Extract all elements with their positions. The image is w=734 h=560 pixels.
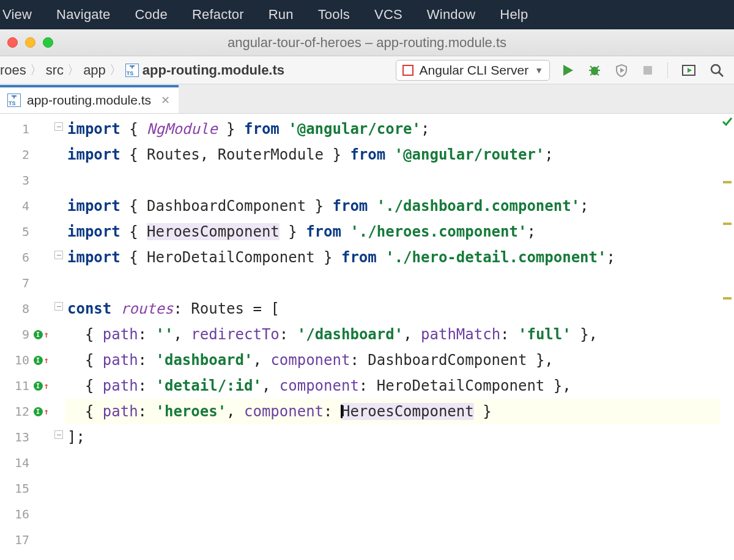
breadcrumb-label: app — [83, 62, 106, 78]
menu-window[interactable]: Window — [415, 0, 487, 29]
svg-point-12 — [711, 65, 720, 73]
svg-line-7 — [596, 73, 599, 75]
line-number[interactable]: 17 — [0, 527, 54, 553]
window-minimize-button[interactable] — [25, 37, 35, 48]
line-number[interactable]: 3 — [0, 168, 54, 193]
svg-line-6 — [590, 73, 593, 75]
menu-refactor[interactable]: Refactor — [180, 0, 256, 29]
editor-tab-label: app-routing.module.ts — [27, 93, 151, 108]
breadcrumb-label: roes — [0, 62, 26, 78]
menu-view[interactable]: View — [0, 0, 44, 29]
editor-tab-active[interactable]: app-routing.module.ts ✕ — [0, 85, 179, 113]
chevron-right-icon: 〉 — [30, 62, 42, 78]
chevron-down-icon: ▼ — [535, 65, 543, 75]
fold-handle-icon[interactable] — [54, 302, 63, 311]
code-editor[interactable]: 1 2 3 4 5 6 7 8 9I↑ 10I↑ 11I↑ 12I↑ 13 14… — [0, 114, 734, 560]
line-number[interactable]: 15 — [0, 476, 54, 501]
editor-tabs: app-routing.module.ts ✕ — [0, 84, 734, 114]
breadcrumb-label: app-routing.module.ts — [143, 62, 284, 78]
line-number[interactable]: 7 — [0, 270, 54, 296]
line-number[interactable]: 5 — [0, 219, 54, 245]
line-number[interactable]: 1 — [0, 116, 54, 142]
svg-marker-11 — [688, 68, 692, 73]
run-button[interactable] — [561, 64, 574, 77]
search-everywhere-button[interactable] — [710, 63, 724, 78]
breadcrumb: roes 〉 src 〉 app 〉 app-routing.module.ts — [0, 62, 288, 78]
inspection-marker[interactable] — [723, 223, 732, 225]
line-number[interactable]: 9I↑ — [0, 322, 54, 347]
gutter-implementing-icon[interactable]: I↑ — [34, 355, 49, 365]
gutter-implementing-icon[interactable]: I↑ — [34, 330, 49, 339]
window-controls — [0, 37, 53, 48]
line-number[interactable]: 14 — [0, 450, 54, 476]
close-tab-button[interactable]: ✕ — [161, 94, 170, 107]
line-number[interactable]: 13 — [0, 424, 54, 450]
run-configuration-selector[interactable]: Angular CLI Server ▼ — [396, 60, 550, 81]
breadcrumb-segment[interactable]: roes — [0, 62, 30, 78]
typescript-file-icon — [7, 94, 21, 107]
inspection-marker[interactable] — [723, 297, 732, 300]
angular-icon — [402, 65, 413, 76]
chevron-right-icon: 〉 — [67, 62, 80, 78]
inspection-strip[interactable] — [721, 114, 734, 560]
line-number[interactable]: 8 — [0, 296, 54, 322]
run-with-coverage-button[interactable] — [615, 64, 628, 77]
fold-handle-icon[interactable] — [54, 251, 63, 259]
fold-column[interactable] — [54, 114, 65, 560]
fold-handle-icon[interactable] — [54, 430, 63, 439]
menu-help[interactable]: Help — [487, 0, 540, 29]
menu-tools[interactable]: Tools — [306, 0, 362, 29]
svg-marker-8 — [620, 68, 625, 73]
breadcrumb-segment[interactable]: src — [42, 62, 67, 78]
line-number[interactable]: 6 — [0, 245, 54, 270]
svg-line-5 — [596, 66, 599, 68]
inspection-marker[interactable] — [723, 181, 732, 183]
svg-rect-9 — [643, 66, 652, 75]
chevron-right-icon: 〉 — [109, 62, 122, 78]
window-title: angular-tour-of-heroes – app-routing.mod… — [0, 35, 734, 51]
window-close-button[interactable] — [7, 37, 18, 48]
code-area[interactable]: import { NgModule } from '@angular/core'… — [65, 114, 734, 560]
navigation-toolbar: roes 〉 src 〉 app 〉 app-routing.module.ts… — [0, 56, 734, 84]
run-toolbar — [561, 62, 724, 78]
window-zoom-button[interactable] — [43, 37, 53, 48]
svg-marker-0 — [563, 65, 573, 76]
menu-run[interactable]: Run — [256, 0, 306, 29]
fold-handle-icon[interactable] — [54, 122, 63, 131]
svg-line-4 — [590, 66, 593, 68]
line-number[interactable]: 16 — [0, 501, 54, 527]
window-titlebar: angular-tour-of-heroes – app-routing.mod… — [0, 29, 734, 56]
breadcrumb-segment[interactable]: app — [80, 62, 109, 78]
menu-navigate[interactable]: Navigate — [44, 0, 122, 29]
svg-line-13 — [719, 72, 723, 76]
debug-button[interactable] — [588, 64, 601, 77]
breadcrumb-label: src — [46, 62, 64, 78]
inspection-ok-icon[interactable] — [722, 116, 733, 130]
line-number[interactable]: 12I↑ — [0, 399, 54, 424]
line-number[interactable]: 4 — [0, 193, 54, 219]
breadcrumb-segment[interactable]: app-routing.module.ts — [122, 62, 288, 78]
menu-code[interactable]: Code — [123, 0, 180, 29]
gutter-implementing-icon[interactable]: I↑ — [34, 381, 49, 391]
typescript-file-icon — [125, 64, 139, 77]
run-configuration-name: Angular CLI Server — [420, 63, 529, 78]
editor-gutter[interactable]: 1 2 3 4 5 6 7 8 9I↑ 10I↑ 11I↑ 12I↑ 13 14… — [0, 114, 54, 560]
separator — [667, 62, 668, 78]
line-number[interactable]: 10I↑ — [0, 347, 54, 373]
line-number[interactable]: 2 — [0, 142, 54, 168]
stop-button — [642, 64, 654, 76]
menu-vcs[interactable]: VCS — [362, 0, 415, 29]
update-running-app-button[interactable] — [681, 64, 696, 77]
gutter-implementing-icon[interactable]: I↑ — [34, 407, 49, 416]
menubar: View Navigate Code Refactor Run Tools VC… — [0, 0, 734, 29]
line-number[interactable]: 11I↑ — [0, 373, 54, 399]
